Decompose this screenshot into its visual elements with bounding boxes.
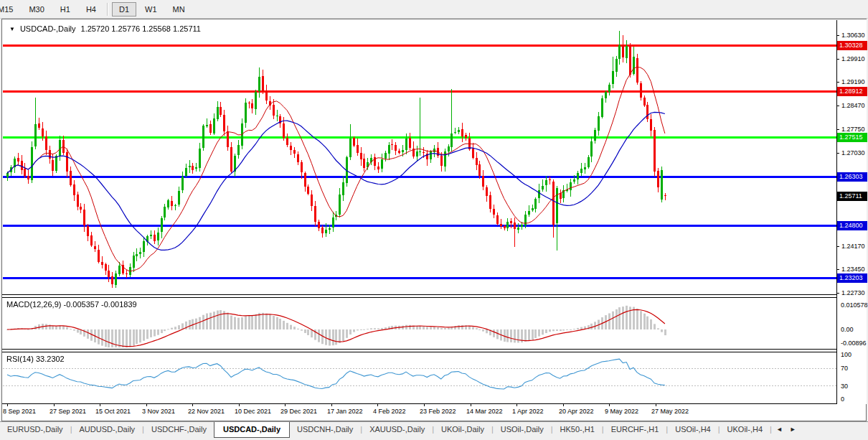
price-tick-label: 1.23450 (841, 266, 865, 273)
timeframe-button-w1[interactable]: W1 (138, 2, 164, 17)
price-tick-label: 1.22730 (841, 289, 865, 296)
macd-label: MACD(12,26,9) (6, 300, 61, 309)
rsi-indicator-canvas[interactable] (3, 352, 836, 403)
rsi-axis-label: 30 (841, 383, 848, 390)
price-tick-label: 1.30630 (841, 32, 865, 39)
rsi-axis-label: 70 (841, 365, 848, 372)
date-tick-mark (239, 404, 240, 406)
price-tick-mark (837, 129, 839, 130)
price-tick-label: 1.27030 (841, 149, 865, 156)
price-tick-mark (837, 246, 839, 247)
date-tick-mark (609, 404, 610, 406)
timeframe-button-m15[interactable]: M15 (0, 2, 20, 17)
date-tick-label: 27 May 2022 (651, 408, 689, 415)
level-price-tag: 1.26303 (837, 172, 867, 182)
rsi-axis-label: 0 (841, 395, 844, 403)
chart-tab-eurusddaily[interactable]: EURUSD-,Daily (0, 422, 70, 436)
tab-scroll-right-icon[interactable]: ► (790, 426, 796, 433)
timeframe-button-d1[interactable]: D1 (112, 2, 136, 17)
date-tick-label: 22 Nov 2021 (188, 408, 225, 415)
level-price-tag: 1.23203 (837, 273, 867, 283)
date-tick-mark (563, 404, 564, 406)
tab-scroll-arrows: ◄► (776, 422, 796, 433)
date-tick-mark (424, 404, 425, 406)
date-tick-mark (516, 404, 517, 406)
timeframe-toolbar: M15M30H1H4D1W1MN (0, 0, 868, 19)
macd-values: -0.005357 -0.001839 (63, 300, 136, 309)
level-price-tag: 1.28912 (837, 87, 867, 96)
date-tick-label: 9 May 2022 (605, 408, 638, 415)
chart-tab-ukoildaily[interactable]: UKOil-,Daily (434, 422, 491, 436)
date-tick-mark (285, 404, 286, 406)
date-tick-mark (100, 404, 100, 406)
date-tick-mark (192, 404, 193, 406)
chart-tab-usdcaddaily[interactable]: USDCAD-,Daily (214, 422, 290, 438)
rsi-value: 33.2302 (36, 355, 65, 363)
date-tick-mark (377, 404, 378, 406)
current-price-tag: 1.25711 (837, 192, 867, 201)
date-tick-label: 1 Apr 2022 (512, 408, 544, 415)
date-tick-label: 15 Oct 2021 (95, 408, 131, 415)
macd-axis-label: 0.010578 (841, 301, 868, 309)
symbol-title: USDCAD-,Daily (20, 24, 76, 33)
chart-tab-ukoilh4[interactable]: UKOil-,H4 (720, 422, 770, 436)
rsi-axis-label: 100 (841, 351, 852, 358)
date-tick-label: 8 Sep 2021 (3, 408, 36, 415)
price-tick-mark (837, 82, 839, 83)
chart-tab-usdchfdaily[interactable]: USDCHF-,Daily (144, 422, 214, 436)
date-tick-mark (331, 404, 332, 406)
price-tick-mark (837, 59, 839, 60)
toolbar-separator (107, 3, 108, 16)
date-axis[interactable]: 8 Sep 202127 Sep 202115 Oct 20213 Nov 20… (2, 404, 866, 421)
date-tick-mark (54, 404, 55, 406)
date-tick-mark (471, 404, 471, 406)
date-tick-mark (7, 404, 8, 406)
date-tick-label: 29 Dec 2021 (280, 408, 317, 415)
level-price-tag: 1.24800 (837, 221, 867, 230)
timeframe-button-m30[interactable]: M30 (22, 2, 51, 17)
chart-tab-hk50h1[interactable]: HK50-,H1 (553, 422, 602, 436)
price-tick-label: 1.24170 (841, 243, 865, 250)
date-tick-label: 3 Nov 2021 (142, 408, 175, 415)
date-tick-label: 4 Feb 2022 (373, 408, 406, 415)
rsi-pane-label: RSI(14) 33.2302 (6, 355, 65, 363)
price-tick-mark (837, 293, 839, 294)
price-tick-mark (837, 106, 839, 106)
date-tick-label: 23 Feb 2022 (420, 408, 456, 415)
level-price-tag: 1.27515 (837, 133, 867, 142)
price-tick-label: 1.29190 (841, 78, 865, 85)
chart-tab-xauusddaily[interactable]: XAUUSD-,Daily (362, 422, 432, 436)
chart-tab-usoilh4[interactable]: USOil-,H4 (668, 422, 718, 436)
macd-axis-label: -0.00896 (841, 340, 867, 347)
date-tick-label: 27 Sep 2021 (49, 408, 86, 415)
chart-symbol-header: ▼ USDCAD-,Daily 1.25720 1.25776 1.25568 … (9, 24, 201, 33)
chart-tab-usoildaily[interactable]: USOil-,Daily (494, 422, 551, 436)
timeframe-button-mn[interactable]: MN (166, 2, 192, 17)
chart-tab-audusddaily[interactable]: AUDUSD-,Daily (72, 422, 142, 436)
timeframe-button-h4[interactable]: H4 (79, 2, 103, 17)
tab-scroll-left-icon[interactable]: ◄ (776, 426, 783, 433)
chart-window: ▼ USDCAD-,Daily 1.25720 1.25776 1.25568 … (1, 19, 867, 421)
macd-axis-label: 0.00 (841, 326, 854, 333)
price-tick-mark (837, 269, 839, 270)
level-price-tag: 1.30328 (837, 41, 867, 50)
price-tick-label: 1.28470 (841, 102, 865, 109)
price-tick-mark (837, 35, 839, 36)
symbol-ohlc-values: 1.25720 1.25776 1.25568 1.25711 (81, 24, 201, 33)
chart-tab-usdcnhdaily[interactable]: USDCNH-,Daily (290, 422, 360, 436)
chart-tab-bar: EURUSD-,Daily|AUDUSD-,Daily|USDCHF-,Dail… (0, 421, 868, 440)
date-tick-mark (656, 404, 656, 406)
timeframe-button-h1[interactable]: H1 (53, 2, 77, 17)
date-tick-label: 10 Dec 2021 (235, 408, 271, 415)
chevron-down-icon[interactable]: ▼ (9, 26, 15, 32)
date-tick-label: 17 Jan 2022 (327, 408, 363, 415)
date-tick-label: 20 Apr 2022 (559, 408, 594, 415)
macd-pane-label: MACD(12,26,9) -0.005357 -0.001839 (6, 300, 137, 309)
mt4-application: M15M30H1H4D1W1MN ▼ USDCAD-,Daily 1.25720… (0, 0, 868, 440)
date-tick-label: 14 Mar 2022 (466, 408, 503, 415)
rsi-label: RSI(14) (6, 355, 34, 363)
tab-separator: | (770, 422, 772, 434)
chart-tab-eurchfh1[interactable]: EURCHF-,H1 (604, 422, 666, 436)
main-price-chart-canvas[interactable] (3, 20, 836, 294)
price-axis[interactable]: 1.306301.299101.291901.284701.277501.270… (837, 19, 867, 404)
